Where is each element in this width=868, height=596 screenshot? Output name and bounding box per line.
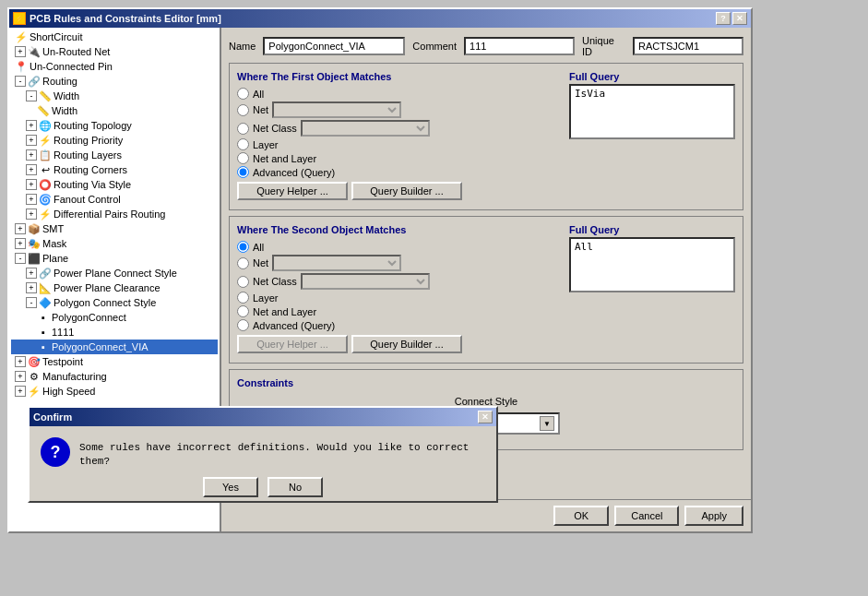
second-net-select[interactable] — [272, 255, 401, 271]
expand-plane[interactable]: - — [15, 253, 26, 264]
second-net-radio[interactable] — [237, 257, 249, 269]
confirm-close-button[interactable]: ✕ — [478, 411, 493, 423]
expand-layers[interactable]: + — [26, 149, 37, 161]
tree-item-smt[interactable]: + 📦 SMT — [11, 221, 218, 236]
close-button[interactable]: ✕ — [732, 12, 747, 25]
expand-width[interactable]: - — [26, 90, 37, 101]
first-matches-panel: Where The First Object Matches All Net — [237, 71, 562, 202]
first-netclass-radio[interactable] — [237, 123, 249, 135]
first-netandlayer-label: Net and Layer — [253, 153, 316, 164]
tree-item-unconnected[interactable]: 📍 Un-Connected Pin — [11, 59, 218, 74]
tree-item-unrouted[interactable]: + 🔌 Un-Routed Net — [11, 44, 218, 59]
first-all-radio[interactable] — [237, 88, 249, 100]
second-advanced-radio[interactable] — [237, 319, 249, 331]
expand-mask[interactable]: + — [15, 238, 26, 249]
ok-button[interactable]: OK — [553, 506, 609, 526]
tree-item-fanout[interactable]: + 🌀 Fanout Control — [11, 192, 218, 207]
tree-item-topology[interactable]: + 🌐 Routing Topology — [11, 118, 218, 133]
second-net-row: Net — [237, 255, 562, 271]
tree-item-width-child[interactable]: 📏 Width — [11, 103, 218, 118]
expand-pp-clearance[interactable]: + — [26, 282, 37, 293]
first-fullquery-text: IsVia — [569, 84, 735, 139]
first-net-radio[interactable] — [237, 104, 249, 116]
tree-item-diff-pairs[interactable]: + ⚡ Differential Pairs Routing — [11, 207, 218, 221]
first-query-builder-button[interactable]: Query Builder ... — [351, 182, 462, 200]
1111-icon: ▪ — [37, 326, 50, 339]
testpoint-icon: 🎯 — [28, 355, 41, 368]
expand-via[interactable]: + — [26, 179, 37, 190]
apply-button[interactable]: Apply — [684, 506, 743, 526]
expand-priority[interactable]: + — [26, 135, 37, 146]
first-net-select[interactable] — [272, 101, 401, 118]
name-input[interactable] — [263, 37, 405, 55]
expand-testpoint[interactable]: + — [15, 356, 26, 367]
expand-smt[interactable]: + — [15, 223, 26, 234]
expand-manufacturing[interactable]: + — [15, 371, 26, 382]
expand-polygon[interactable]: - — [26, 297, 37, 308]
second-layer-label: Layer — [253, 292, 279, 304]
second-netandlayer-radio[interactable] — [237, 305, 249, 317]
first-layer-row: Layer — [237, 138, 562, 150]
tree-item-plane[interactable]: - ⬛ Plane — [11, 251, 218, 266]
connect-style-arrow[interactable]: ▼ — [540, 416, 554, 431]
second-all-radio[interactable] — [237, 241, 249, 253]
tree-item-polygon-connect[interactable]: - 🔷 Polygon Connect Style — [11, 295, 218, 310]
expand-highspeed[interactable]: + — [15, 386, 26, 397]
tree-item-width[interactable]: - 📏 Width — [11, 89, 218, 103]
tree-item-pp-clearance[interactable]: + 📐 Power Plane Clearance — [11, 280, 218, 295]
second-netclass-select[interactable] — [301, 273, 430, 290]
second-layer-radio[interactable] — [237, 292, 249, 304]
tree-item-pp-connect[interactable]: + 🔗 Power Plane Connect Style — [11, 266, 218, 280]
second-query-helper-button[interactable]: Query Helper ... — [237, 335, 348, 353]
tree-item-polygonconnect[interactable]: ▪ PolygonConnect — [11, 310, 218, 325]
tree-item-1111[interactable]: ▪ 1111 — [11, 325, 218, 340]
tree-item-highspeed[interactable]: + ⚡ High Speed — [11, 384, 218, 399]
tree-item-layers[interactable]: + 📋 Routing Layers — [11, 148, 218, 162]
first-advanced-radio[interactable] — [237, 166, 249, 178]
second-netclass-radio[interactable] — [237, 276, 249, 288]
expand-unrouted[interactable]: + — [15, 46, 26, 57]
confirm-yes-button[interactable]: Yes — [203, 477, 258, 497]
first-all-row: All — [237, 88, 562, 100]
expand-topology[interactable]: + — [26, 120, 37, 131]
first-advanced-label: Advanced (Query) — [253, 167, 335, 178]
expand-diff[interactable]: + — [26, 209, 37, 220]
second-all-label: All — [253, 242, 264, 253]
tree-item-via-style[interactable]: + ⭕ Routing Via Style — [11, 177, 218, 192]
first-net-label: Net — [253, 104, 268, 115]
uniqueid-input[interactable] — [633, 37, 743, 55]
expand-fanout[interactable]: + — [26, 194, 37, 205]
expand-corners[interactable]: + — [26, 164, 37, 175]
comment-label: Comment — [412, 41, 457, 52]
second-advanced-label: Advanced (Query) — [253, 320, 335, 331]
tree-item-manufacturing[interactable]: + ⚙ Manufacturing — [11, 369, 218, 384]
smt-icon: 📦 — [28, 222, 41, 235]
tree-item-polygonconnect-via[interactable]: ▪ PolygonConnect_VIA — [11, 340, 218, 354]
first-layer-radio[interactable] — [237, 138, 249, 150]
tree-item-corners[interactable]: + ↩ Routing Corners — [11, 162, 218, 177]
cancel-button[interactable]: Cancel — [614, 506, 679, 526]
second-netclass-row: Net Class — [237, 273, 562, 290]
plane-icon: ⬛ — [28, 252, 41, 265]
second-query-builder-button[interactable]: Query Builder ... — [351, 335, 462, 353]
unconnected-icon: 📍 — [15, 60, 28, 73]
tree-item-routing[interactable]: - 🔗 Routing — [11, 74, 218, 89]
second-advanced-row: Advanced (Query) — [237, 319, 562, 331]
expand-pp-connect[interactable]: + — [26, 268, 37, 279]
tree-item-priority[interactable]: + ⚡ Routing Priority — [11, 133, 218, 148]
confirm-no-button[interactable]: No — [268, 477, 323, 497]
first-query-helper-button[interactable]: Query Helper ... — [237, 182, 348, 200]
first-netandlayer-radio[interactable] — [237, 152, 249, 164]
help-button[interactable]: ? — [716, 12, 731, 25]
first-layer-label: Layer — [253, 139, 279, 150]
expand-routing[interactable]: - — [15, 76, 26, 87]
first-netclass-select[interactable] — [301, 120, 430, 137]
second-all-row: All — [237, 241, 562, 253]
tree-item-testpoint[interactable]: + 🎯 Testpoint — [11, 354, 218, 369]
second-netandlayer-row: Net and Layer — [237, 305, 562, 317]
tree-item-shortcircuit[interactable]: ⚡ ShortCircuit — [11, 30, 218, 44]
first-net-row: Net — [237, 101, 562, 118]
tree-item-mask[interactable]: + 🎭 Mask — [11, 236, 218, 251]
window-title: PCB Rules and Constraints Editor [mm] — [30, 13, 221, 24]
comment-input[interactable] — [464, 37, 575, 55]
